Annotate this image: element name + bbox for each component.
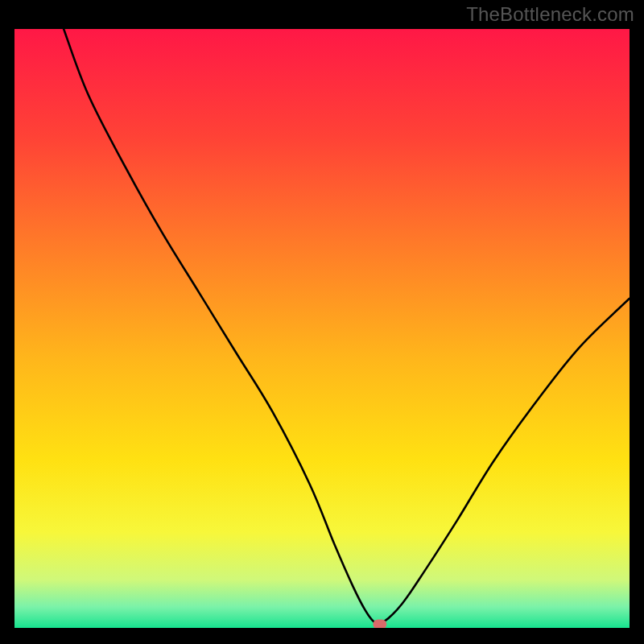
plot-area <box>14 29 630 628</box>
watermark-text: TheBottleneck.com <box>466 3 634 26</box>
chart-svg <box>14 29 630 628</box>
optimal-marker <box>373 620 386 628</box>
gradient-background <box>14 29 630 628</box>
chart-frame: TheBottleneck.com <box>0 0 644 644</box>
